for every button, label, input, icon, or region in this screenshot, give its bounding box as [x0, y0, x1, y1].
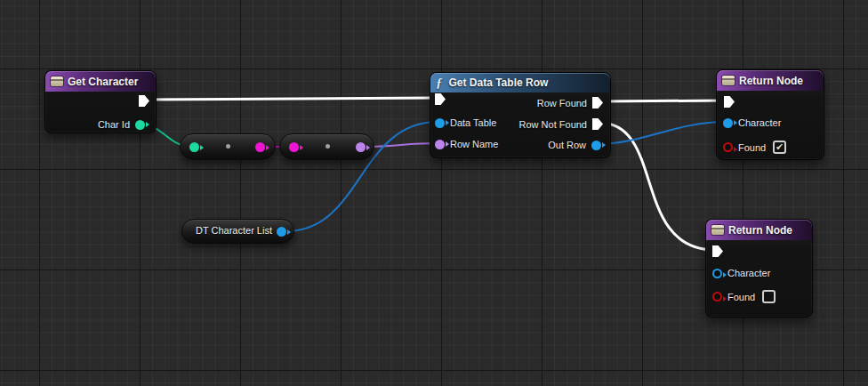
- node-title: Get Character: [68, 76, 138, 88]
- wire-layer: [0, 0, 868, 386]
- pin-row-found[interactable]: Row Found: [537, 97, 603, 109]
- node-title: Return Node: [728, 224, 792, 237]
- node-conversion-to-name[interactable]: [279, 133, 374, 160]
- dt-character-list-label: DT Character List: [196, 225, 272, 236]
- pin-label: Found: [727, 292, 755, 302]
- pin-label: Data Table: [450, 117, 496, 128]
- struct-icon: [711, 225, 724, 235]
- node-title: Get Data Table Row: [449, 76, 549, 89]
- pin-label: Character: [738, 117, 781, 128]
- struct-icon: [722, 76, 735, 85]
- exec-pin-icon[interactable]: [724, 96, 735, 108]
- char-id-pin-icon[interactable]: [135, 120, 145, 130]
- struct-icon: [51, 76, 63, 86]
- exec-pin-icon[interactable]: [435, 93, 446, 105]
- node-get-data-table-row[interactable]: ƒ Get Data Table Row Data Table Row Name…: [430, 72, 611, 158]
- pin-exec-in[interactable]: [435, 93, 446, 105]
- character-pin-icon[interactable]: [723, 118, 733, 128]
- exec-pin-icon[interactable]: [592, 97, 603, 109]
- character-pin-icon[interactable]: [712, 269, 722, 278]
- pin-label: Row Not Found: [519, 119, 587, 130]
- dt-character-list-pin-icon[interactable]: [277, 227, 286, 237]
- conversion-output-pin-icon[interactable]: [356, 142, 366, 152]
- node-return-top-header[interactable]: Return Node: [717, 70, 824, 91]
- blueprint-graph-canvas[interactable]: Get Character Char Id ƒ Get Data Table R…: [0, 0, 868, 386]
- row-name-pin-icon[interactable]: [435, 140, 445, 149]
- pin-character[interactable]: Character: [723, 117, 781, 128]
- conversion-output-pin-icon[interactable]: [255, 142, 265, 152]
- node-dt-character-list[interactable]: DT Character List: [181, 219, 294, 244]
- pin-label: Char Id: [98, 119, 130, 130]
- wire-rownotfound-to-returnnode-bottom[interactable]: [599, 123, 715, 250]
- pin-data-table[interactable]: Data Table: [435, 117, 496, 128]
- node-conversion-to-string[interactable]: [180, 133, 276, 160]
- pin-row-name[interactable]: Row Name: [435, 139, 498, 149]
- node-get-character-header[interactable]: Get Character: [45, 71, 156, 92]
- conversion-input-pin-icon[interactable]: [289, 142, 299, 152]
- wire-exec-getcharacter-to-getdatatablerow[interactable]: [143, 98, 438, 100]
- pin-label: Out Row: [548, 140, 586, 150]
- node-get-data-table-row-header[interactable]: ƒ Get Data Table Row: [430, 73, 610, 92]
- node-get-character[interactable]: Get Character Char Id: [44, 70, 157, 133]
- exec-pin-icon[interactable]: [592, 118, 603, 130]
- node-return-top[interactable]: Return Node Character Found ✔: [716, 69, 824, 160]
- pin-char-id[interactable]: Char Id: [98, 119, 145, 130]
- conversion-dot-icon: [226, 144, 230, 149]
- out-row-pin-icon[interactable]: [591, 141, 601, 150]
- pin-label: Found: [738, 142, 766, 153]
- found-checkbox-unchecked[interactable]: [762, 290, 776, 303]
- found-pin-icon[interactable]: [712, 292, 722, 302]
- pin-out-row[interactable]: Out Row: [548, 140, 601, 150]
- pin-label: Row Name: [450, 139, 498, 149]
- pin-exec-in[interactable]: [712, 245, 723, 257]
- found-checkbox-checked[interactable]: ✔: [773, 141, 786, 154]
- pin-label: Character: [727, 268, 770, 278]
- pin-exec-out[interactable]: [139, 95, 149, 107]
- function-icon: ƒ: [436, 76, 443, 90]
- conversion-dot-icon: [326, 144, 330, 149]
- conversion-input-pin-icon[interactable]: [189, 142, 199, 152]
- exec-pin-icon[interactable]: [139, 95, 149, 107]
- pin-character[interactable]: Character: [712, 268, 770, 278]
- data-table-pin-icon[interactable]: [435, 118, 445, 128]
- pin-found[interactable]: Found ✔: [723, 141, 786, 154]
- found-pin-icon[interactable]: [723, 142, 733, 152]
- exec-pin-icon[interactable]: [712, 245, 723, 257]
- node-title: Return Node: [739, 75, 803, 87]
- node-return-bottom[interactable]: Return Node Character Found: [705, 219, 813, 318]
- pin-row-not-found[interactable]: Row Not Found: [519, 118, 603, 130]
- pin-exec-in[interactable]: [724, 96, 735, 108]
- node-return-bottom-header[interactable]: Return Node: [706, 220, 812, 240]
- pin-label: Row Found: [537, 98, 587, 109]
- pin-found[interactable]: Found: [712, 290, 776, 303]
- wire-rowfound-to-returnnode-top[interactable]: [599, 101, 727, 101]
